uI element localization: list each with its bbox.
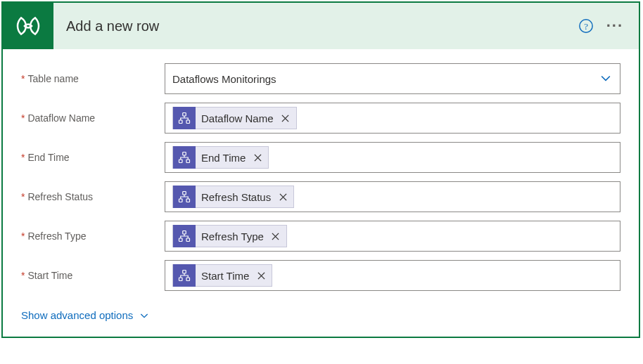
required-asterisk: * [21, 152, 25, 163]
svg-rect-8 [183, 192, 186, 195]
end-time-input[interactable]: End Time [165, 142, 620, 173]
label-text: Start Time [27, 270, 72, 281]
token-label: End Time [201, 152, 246, 164]
action-card: Add a new row ? ··· * Table name Dataflo… [1, 1, 640, 338]
svg-rect-14 [183, 271, 186, 274]
svg-rect-6 [179, 160, 183, 163]
dynamic-content-icon [173, 264, 196, 287]
label-refresh-status: * Refresh Status [21, 191, 165, 202]
card-body: * Table name Dataflows Monitorings * Dat… [3, 49, 639, 337]
token-remove-button[interactable] [279, 112, 292, 124]
label-refresh-type: * Refresh Type [21, 230, 165, 242]
required-asterisk: * [21, 270, 25, 281]
card-header: Add a new row ? ··· [3, 3, 639, 49]
svg-text:?: ? [584, 22, 588, 32]
dynamic-content-icon [173, 146, 196, 169]
dynamic-content-icon [173, 107, 196, 129]
label-text: Refresh Status [27, 191, 93, 202]
row-refresh-type: * Refresh Type Refresh Type [21, 221, 620, 252]
row-table-name: * Table name Dataflows Monitorings [21, 63, 620, 94]
label-dataflow-name: * Dataflow Name [21, 112, 165, 124]
row-end-time: * End Time End Time [21, 142, 620, 173]
svg-rect-4 [186, 120, 190, 124]
svg-rect-10 [186, 199, 190, 202]
refresh-type-input[interactable]: Refresh Type [165, 221, 620, 252]
svg-rect-3 [179, 120, 183, 124]
row-dataflow-name: * Dataflow Name Dataflow Name [21, 103, 620, 134]
token-remove-button[interactable] [251, 151, 264, 164]
card-title: Add a new row [66, 18, 578, 34]
dynamic-content-icon [173, 225, 196, 247]
show-advanced-options-toggle[interactable]: Show advanced options [21, 309, 150, 321]
token-refresh-status[interactable]: Refresh Status [172, 186, 294, 208]
token-start-time[interactable]: Start Time [172, 264, 272, 287]
label-text: Table name [27, 73, 78, 84]
svg-rect-11 [183, 231, 186, 235]
token-end-time[interactable]: End Time [172, 146, 269, 169]
advanced-options-label: Show advanced options [21, 309, 133, 321]
required-asterisk: * [21, 191, 25, 202]
dynamic-content-icon [173, 186, 196, 208]
chevron-down-icon [599, 71, 613, 87]
token-label: Refresh Status [201, 191, 271, 203]
svg-rect-2 [183, 113, 186, 117]
label-text: Refresh Type [27, 230, 86, 242]
row-refresh-status: * Refresh Status Refresh Status [21, 181, 620, 212]
svg-rect-7 [186, 160, 190, 163]
header-actions: ? ··· [578, 17, 623, 35]
row-start-time: * Start Time Start Time [21, 260, 620, 291]
help-icon[interactable]: ? [578, 18, 594, 34]
svg-rect-5 [183, 152, 186, 156]
table-name-select[interactable]: Dataflows Monitorings [165, 63, 620, 94]
required-asterisk: * [21, 230, 25, 242]
token-remove-button[interactable] [255, 269, 267, 282]
dataflow-name-input[interactable]: Dataflow Name [165, 103, 620, 134]
required-asterisk: * [21, 73, 25, 84]
svg-rect-13 [186, 238, 190, 242]
token-remove-button[interactable] [276, 190, 289, 203]
dataverse-icon [14, 12, 42, 40]
token-label: Dataflow Name [201, 112, 274, 124]
token-remove-button[interactable] [269, 230, 282, 242]
svg-rect-15 [179, 278, 183, 281]
label-text: Dataflow Name [27, 112, 95, 124]
more-menu-icon[interactable]: ··· [606, 17, 623, 35]
svg-rect-9 [179, 199, 183, 202]
required-asterisk: * [21, 112, 25, 124]
token-label: Refresh Type [201, 230, 264, 242]
connector-logo [3, 3, 53, 49]
token-dataflow-name[interactable]: Dataflow Name [172, 107, 297, 129]
label-text: End Time [27, 152, 69, 163]
label-start-time: * Start Time [21, 270, 165, 281]
start-time-input[interactable]: Start Time [165, 260, 620, 291]
token-refresh-type[interactable]: Refresh Type [172, 225, 287, 247]
token-label: Start Time [201, 270, 249, 282]
table-name-value: Dataflows Monitorings [172, 73, 276, 85]
label-table-name: * Table name [21, 73, 165, 84]
svg-rect-16 [186, 278, 190, 281]
svg-rect-12 [179, 238, 183, 242]
refresh-status-input[interactable]: Refresh Status [165, 181, 620, 212]
chevron-down-icon [139, 310, 150, 321]
label-end-time: * End Time [21, 152, 165, 163]
